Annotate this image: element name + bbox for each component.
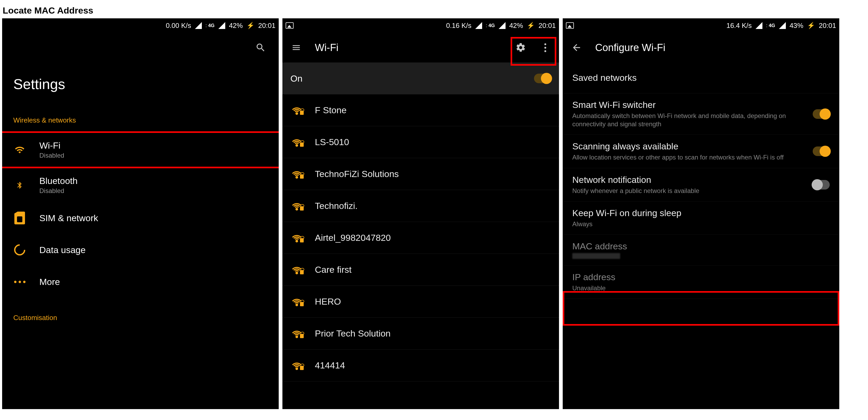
wifi-header-title: Wi-Fi: [315, 42, 502, 54]
network-row[interactable]: F Stone: [282, 94, 559, 126]
network-row[interactable]: TechnoFiZi Solutions: [282, 158, 559, 190]
screen-configure: 16.4 K/s : 4G 43% ⚡ 20:01 Configure Wi-F…: [563, 18, 839, 409]
ip-title: IP address: [572, 272, 615, 282]
clock: 20:01: [819, 22, 836, 30]
row-ip-address: IP address Unavailable: [563, 265, 839, 299]
network-name: HERO: [315, 296, 341, 307]
signal-icon-2: [779, 22, 786, 29]
sim-icon: [13, 212, 26, 224]
network-row[interactable]: 414414: [282, 350, 559, 382]
hamburger-icon[interactable]: [290, 42, 302, 54]
data-usage-label: Data usage: [39, 245, 86, 255]
row-more[interactable]: More: [2, 266, 279, 298]
battery-pct: 42%: [229, 22, 243, 30]
configure-header: Configure Wi-Fi: [563, 33, 839, 62]
wifi-toggle[interactable]: [534, 74, 551, 83]
configure-header-title: Configure Wi-Fi: [595, 42, 831, 54]
wifi-secure-icon: [290, 297, 303, 306]
data-rate: 16.4 K/s: [726, 22, 751, 30]
wifi-on-label: On: [290, 73, 302, 84]
status-bar: 0.16 K/s : 4G 42% ⚡ 20:01: [282, 18, 559, 33]
clock: 20:01: [258, 22, 276, 30]
charging-icon: ⚡: [247, 22, 254, 29]
network-name: F Stone: [315, 105, 346, 116]
sleep-title: Keep Wi-Fi on during sleep: [572, 208, 681, 218]
charging-icon: ⚡: [807, 22, 815, 29]
wifi-sub: Disabled: [39, 152, 64, 159]
smart-switcher-title: Smart Wi-Fi switcher: [572, 100, 790, 110]
network-row[interactable]: LS-5010: [282, 126, 559, 158]
network-name: 414414: [315, 360, 345, 370]
network-notif-toggle[interactable]: [813, 180, 830, 190]
signal-icon: [755, 22, 763, 29]
clock: 20:01: [538, 22, 556, 30]
network-name: Technofizi.: [315, 201, 358, 211]
saved-networks-title: Saved networks: [572, 72, 637, 83]
bluetooth-sub: Disabled: [39, 187, 78, 195]
row-wifi[interactable]: Wi-Fi Disabled: [2, 131, 279, 168]
screen-settings: 0.00 K/s : 4G 42% ⚡ 20:01 Settings Wirel…: [2, 18, 279, 409]
sim-label: SIM & network: [39, 213, 98, 223]
row-scanning[interactable]: Scanning always available Allow location…: [563, 135, 839, 168]
screenshot-notif-icon: [566, 22, 574, 29]
more-icon: [13, 276, 26, 288]
wifi-secure-icon: [290, 170, 303, 179]
network-name: LS-5010: [315, 137, 349, 147]
signal-icon-2: [218, 22, 225, 29]
network-row[interactable]: Technofizi.: [282, 190, 559, 222]
sleep-sub: Always: [572, 220, 681, 228]
section-customisation-label: Customisation: [2, 298, 279, 329]
row-mac-address: MAC address: [563, 235, 839, 265]
smart-switcher-sub: Automatically switch between Wi-Fi netwo…: [572, 111, 790, 128]
data-rate: 0.16 K/s: [446, 22, 471, 30]
wifi-header: Wi-Fi: [282, 33, 559, 62]
row-saved-networks[interactable]: Saved networks: [563, 62, 839, 93]
bluetooth-icon: [13, 179, 26, 192]
signal-icon: [195, 22, 202, 29]
network-name: TechnoFiZi Solutions: [315, 169, 399, 179]
wifi-secure-icon: [290, 329, 303, 338]
wifi-secure-icon: [290, 361, 303, 370]
network-row[interactable]: HERO: [282, 286, 559, 318]
scanning-title: Scanning always available: [572, 141, 784, 152]
row-bluetooth[interactable]: Bluetooth Disabled: [2, 168, 279, 202]
row-sim[interactable]: SIM & network: [2, 202, 279, 234]
screenshot-notif-icon: [286, 22, 293, 29]
wifi-secure-icon: [290, 233, 303, 243]
mac-title: MAC address: [572, 241, 627, 252]
screen-wifi: 0.16 K/s : 4G 42% ⚡ 20:01 Wi-Fi On: [282, 18, 559, 409]
wifi-secure-icon: [290, 138, 303, 147]
status-bar: 0.00 K/s : 4G 42% ⚡ 20:01: [2, 18, 279, 33]
row-smart-switcher[interactable]: Smart Wi-Fi switcher Automatically switc…: [563, 93, 839, 135]
more-label: More: [39, 277, 60, 287]
search-icon[interactable]: [255, 42, 267, 54]
network-name: Airtel_9982047820: [315, 233, 391, 243]
row-keep-wifi-sleep[interactable]: Keep Wi-Fi on during sleep Always: [563, 201, 839, 235]
network-indicator: : 4G: [206, 23, 215, 28]
overflow-menu-icon[interactable]: [539, 42, 551, 54]
row-data-usage[interactable]: Data usage: [2, 234, 279, 266]
network-row[interactable]: Care first: [282, 254, 559, 286]
signal-icon-2: [499, 22, 505, 29]
settings-title: Settings: [2, 62, 279, 114]
ip-sub: Unavailable: [572, 284, 615, 292]
network-notif-sub: Notify whenever a public network is avai…: [572, 187, 700, 195]
network-name: Care first: [315, 264, 351, 275]
mac-value-blurred: [572, 253, 620, 259]
scanning-toggle[interactable]: [813, 147, 830, 156]
charging-icon: ⚡: [527, 22, 535, 29]
wifi-secure-icon: [290, 201, 303, 211]
network-row[interactable]: Airtel_9982047820: [282, 222, 559, 254]
gear-icon[interactable]: [515, 42, 527, 54]
wifi-secure-icon: [290, 106, 303, 115]
battery-pct: 43%: [789, 22, 803, 30]
network-row[interactable]: Prior Tech Solution: [282, 318, 559, 350]
wifi-label: Wi-Fi: [39, 140, 64, 151]
wifi-toggle-row[interactable]: On: [282, 62, 559, 94]
smart-switcher-toggle[interactable]: [813, 109, 830, 119]
network-name: Prior Tech Solution: [315, 328, 391, 338]
wifi-icon: [13, 143, 26, 156]
battery-pct: 42%: [509, 22, 523, 30]
row-network-notification[interactable]: Network notification Notify whenever a p…: [563, 168, 839, 201]
back-arrow-icon[interactable]: [571, 42, 582, 54]
